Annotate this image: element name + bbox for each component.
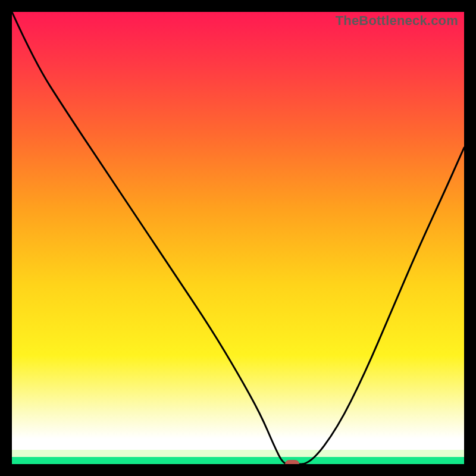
plot-area: TheBottleneck.com [12,12,464,464]
optimal-marker [285,460,299,464]
chart-frame: TheBottleneck.com [0,0,476,476]
watermark-text: TheBottleneck.com [336,13,458,29]
curve-path [12,12,464,464]
bottleneck-curve [12,12,464,464]
